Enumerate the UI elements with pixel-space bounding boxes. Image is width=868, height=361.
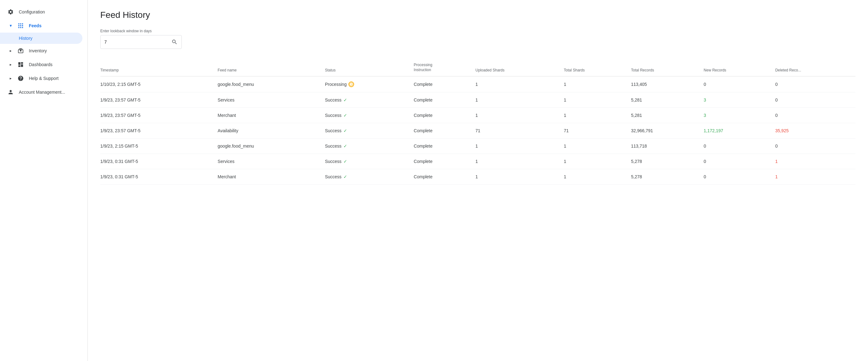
cell-total-shards: 71 [564,123,631,139]
cell-uploaded-shards: 1 [475,154,564,169]
sidebar-item-label-inventory: Inventory [29,48,47,53]
main-content: Feed History Enter lookback window in da… [88,0,868,361]
cell-processing-instruction: Complete [414,169,475,185]
success-label: Success [325,128,342,133]
cell-deleted-records: 1 [775,169,856,185]
cell-uploaded-shards: 1 [475,169,564,185]
success-label: Success [325,144,342,149]
col-deleted-records: Deleted Reco... [775,59,856,77]
cell-uploaded-shards: 1 [475,108,564,123]
chevron-down-icon: ▾ [7,23,14,29]
table-row: 1/9/23, 23:57 GMT-5Merchant Success ✓ Co… [100,108,856,123]
cell-total-shards: 1 [564,92,631,108]
col-uploaded-shards: Uploaded Shards [475,59,564,77]
cell-uploaded-shards: 71 [475,123,564,139]
new-records-value: 3 [704,97,706,102]
page-title: Feed History [100,10,856,20]
cell-total-records: 32,966,791 [631,123,704,139]
success-label: Success [325,174,342,179]
cell-total-records: 113,405 [631,77,704,92]
cell-status: Processing [325,77,414,92]
sidebar-item-dashboards[interactable]: ▸ Dashboards [0,58,83,71]
table-row: 1/9/23, 2:15 GMT-5google.food_menu Succe… [100,139,856,154]
cell-timestamp: 1/9/23, 2:15 GMT-5 [100,139,218,154]
cell-new-records: 0 [704,77,775,92]
check-icon: ✓ [343,128,347,133]
cell-timestamp: 1/9/23, 0:31 GMT-5 [100,154,218,169]
cell-feed-name: Availability [218,123,325,139]
cell-uploaded-shards: 1 [475,139,564,154]
sidebar-item-help-support[interactable]: ▸ Help & Support [0,71,83,85]
cell-status: Success ✓ [325,108,414,123]
cell-status: Success ✓ [325,154,414,169]
cell-new-records: 3 [704,92,775,108]
cell-feed-name: Merchant [218,108,325,123]
cell-total-records: 5,278 [631,154,704,169]
sidebar-item-configuration[interactable]: Configuration [0,5,83,19]
cell-status: Success ✓ [325,169,414,185]
cell-total-shards: 1 [564,108,631,123]
check-icon: ✓ [343,159,347,164]
search-row [100,35,856,49]
cell-uploaded-shards: 1 [475,92,564,108]
inventory-icon [18,48,24,54]
sidebar-item-inventory[interactable]: ▸ Inventory [0,44,83,58]
new-records-value: 1,172,197 [704,128,723,133]
sidebar-item-label-help-support: Help & Support [29,76,59,81]
account-icon [7,89,14,95]
chevron-right-icon: ▸ [7,48,14,54]
cell-uploaded-shards: 1 [475,77,564,92]
cell-new-records: 0 [704,154,775,169]
cell-processing-instruction: Complete [414,77,475,92]
success-label: Success [325,113,342,118]
cell-feed-name: google.food_menu [218,77,325,92]
deleted-records-value: 35,925 [775,128,789,133]
cell-total-shards: 1 [564,154,631,169]
sidebar-item-feeds[interactable]: ▾ Feeds [0,19,83,33]
cell-processing-instruction: Complete [414,108,475,123]
cell-timestamp: 1/9/23, 23:57 GMT-5 [100,108,218,123]
chevron-right-dashboards-icon: ▸ [7,61,14,68]
table-row: 1/9/23, 23:57 GMT-5Services Success ✓ Co… [100,92,856,108]
cell-deleted-records: 0 [775,108,856,123]
deleted-records-value: 1 [775,159,778,164]
col-total-shards: Total Shards [564,59,631,77]
table-row: 1/9/23, 0:31 GMT-5Services Success ✓ Com… [100,154,856,169]
col-new-records: New Records [704,59,775,77]
check-icon: ✓ [343,174,347,179]
sidebar-item-label-account-management: Account Management... [19,90,65,95]
sidebar-item-account-management[interactable]: Account Management... [0,85,83,99]
cell-new-records: 0 [704,139,775,154]
success-label: Success [325,159,342,164]
cell-total-records: 5,281 [631,92,704,108]
cell-feed-name: Services [218,154,325,169]
feed-history-table: Timestamp Feed name Status ProcessingIns… [100,59,856,185]
lookback-input[interactable] [104,39,172,44]
cell-total-records: 5,278 [631,169,704,185]
feeds-icon [18,23,24,29]
lookback-search-box [100,35,182,49]
sidebar-sub-item-history[interactable]: History [0,33,83,44]
dashboards-icon [18,61,24,68]
sidebar-item-label-configuration: Configuration [19,9,45,14]
cell-status: Success ✓ [325,139,414,154]
cell-deleted-records: 0 [775,77,856,92]
col-feed-name: Feed name [218,59,325,77]
cell-total-records: 113,718 [631,139,704,154]
sidebar-item-label-dashboards: Dashboards [29,62,53,67]
cell-feed-name: google.food_menu [218,139,325,154]
check-icon: ✓ [343,144,347,149]
cell-deleted-records: 35,925 [775,123,856,139]
search-button[interactable] [172,39,178,45]
gear-icon [7,9,14,15]
cell-new-records: 3 [704,108,775,123]
cell-processing-instruction: Complete [414,92,475,108]
check-icon: ✓ [343,97,347,102]
cell-timestamp: 1/10/23, 2:15 GMT-5 [100,77,218,92]
col-status: Status [325,59,414,77]
cell-new-records: 0 [704,169,775,185]
col-processing-instruction: ProcessingInstruction [414,59,475,77]
check-icon: ✓ [343,113,347,118]
col-total-records: Total Records [631,59,704,77]
sidebar: Configuration ▾ Feeds History ▸ Inventor… [0,0,88,361]
